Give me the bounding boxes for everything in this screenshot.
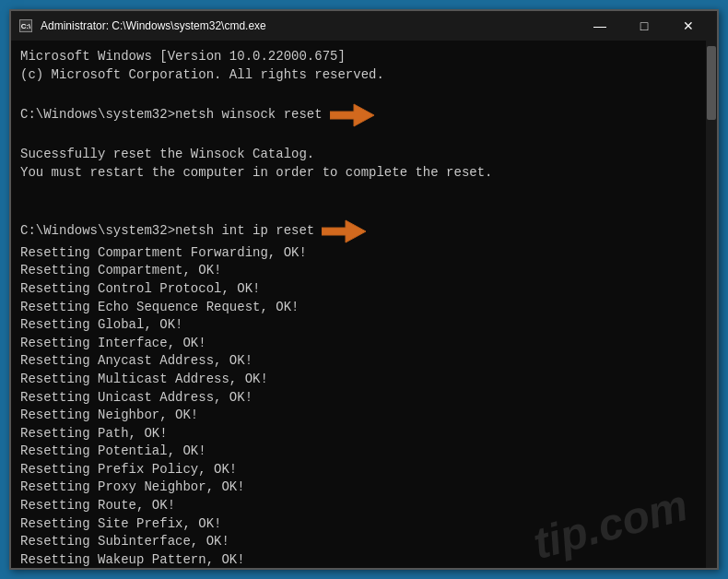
terminal-line: Resetting Subinterface, OK! [20,533,697,551]
titlebar: C:\ Administrator: C:\Windows\system32\c… [11,11,717,41]
terminal-line: Resetting Wakeup Pattern, OK! [20,551,697,568]
terminal-line: Resetting Global, OK! [20,316,697,335]
terminal-line: Resetting Site Prefix, OK! [20,515,697,534]
terminal-line: Resetting Route, OK! [20,497,697,515]
terminal-line: Resetting Compartment, OK! [20,262,697,280]
window-icon: C:\ [18,18,33,33]
terminal-body: Microsoft Windows [Version 10.0.22000.67… [11,41,717,568]
terminal-line [20,183,697,201]
maximize-button[interactable]: □ [623,13,665,39]
terminal-line: Sucessfully reset the Winsock Catalog. [20,146,697,164]
terminal-line: Resetting Unicast Address, OK! [20,389,697,408]
terminal-line: Resetting Prefix Policy, OK! [20,461,697,479]
window-controls: — □ ✕ [579,13,710,39]
terminal-line [20,200,697,219]
terminal-line: Resetting Potential, OK! [20,443,697,461]
terminal-line [20,128,697,147]
terminal-line: Resetting Echo Sequence Request, OK! [20,299,697,317]
scrollbar-thumb[interactable] [707,46,716,120]
svg-marker-0 [330,104,374,126]
terminal-line: Resetting Multicast Address, OK! [20,371,697,389]
arrow-icon [322,219,366,244]
window-title: Administrator: C:\Windows\system32\cmd.e… [41,19,579,32]
terminal-line: Resetting Neighbor, OK! [20,407,697,425]
terminal-line: Resetting Interface, OK! [20,335,697,353]
terminal-line: C:\Windows\system32>netsh winsock reset [20,102,697,128]
svg-marker-1 [322,220,366,242]
terminal-line: C:\Windows\system32>netsh int ip reset [20,219,697,244]
terminal-output[interactable]: Microsoft Windows [Version 10.0.22000.67… [11,41,706,568]
terminal-line: Resetting Control Protocol, OK! [20,280,697,299]
cmd-window: C:\ Administrator: C:\Windows\system32\c… [9,9,719,570]
minimize-button[interactable]: — [579,13,621,39]
terminal-line: You must restart the computer in order t… [20,164,697,183]
terminal-line: Microsoft Windows [Version 10.0.22000.67… [20,48,697,66]
terminal-line-text: C:\Windows\system32>netsh winsock reset [20,106,323,124]
terminal-line-text: C:\Windows\system32>netsh int ip reset [20,222,314,241]
arrow-icon [330,102,374,128]
close-button[interactable]: ✕ [667,13,710,39]
terminal-line: Resetting Anycast Address, OK! [20,352,697,371]
scrollbar[interactable] [706,41,717,568]
cmd-icon: C:\ [19,19,32,32]
terminal-line: Resetting Compartment Forwarding, OK! [20,244,697,263]
terminal-line: Resetting Path, OK! [20,425,697,443]
terminal-line: Resetting Proxy Neighbor, OK! [20,479,697,497]
terminal-line [20,84,697,102]
terminal-line: (c) Microsoft Corporation. All rights re… [20,66,697,85]
